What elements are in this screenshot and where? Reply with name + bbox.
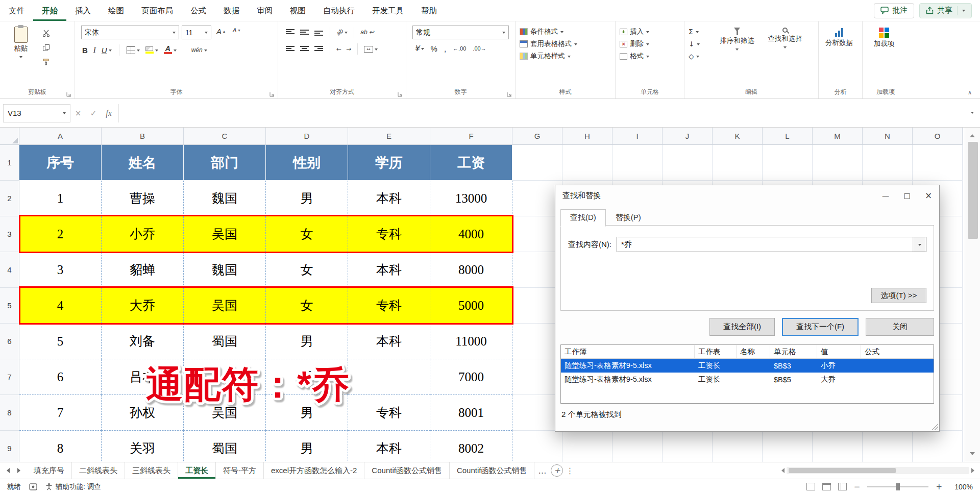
row-header-7[interactable]: 7 (0, 359, 19, 395)
cell-F1[interactable]: 工资 (430, 145, 512, 181)
cell-F9[interactable]: 8002 (430, 431, 512, 462)
cell-A5[interactable]: 4 (19, 288, 102, 324)
results-header-工作簿[interactable]: 工作簿 (561, 345, 695, 358)
cell-F8[interactable]: 8001 (430, 395, 512, 431)
cell-E6[interactable]: 本科 (348, 324, 430, 359)
menu-tab-开发工具[interactable]: 开发工具 (363, 0, 412, 21)
column-header-J[interactable]: J (663, 128, 713, 145)
font-dialog-launcher[interactable] (270, 90, 276, 96)
cell-F6[interactable]: 11000 (430, 324, 512, 359)
percent-style-button[interactable]: % (431, 45, 437, 53)
menu-tab-自动执行[interactable]: 自动执行 (314, 0, 363, 21)
cell-A2[interactable]: 1 (19, 181, 102, 216)
cell-N9[interactable] (863, 431, 913, 462)
cell-J9[interactable] (663, 431, 713, 462)
font-name-select[interactable]: 宋体 (81, 26, 179, 39)
column-header-I[interactable]: I (612, 128, 663, 145)
menu-tab-视图[interactable]: 视图 (281, 0, 314, 21)
cell-A4[interactable]: 3 (19, 252, 102, 288)
dialog-tab-替换(P)[interactable]: 替换(P) (606, 209, 651, 226)
addins-button[interactable]: 加载项 (865, 26, 903, 48)
merge-center-button[interactable]: ↔ (364, 46, 378, 53)
sheet-tab-Countif函数公式销售[interactable]: Countif函数公式销售 (364, 462, 450, 479)
find-result-row-1[interactable]: 随堂练习-表格素材9-5.xlsx工资长$B$3小乔 (561, 359, 934, 373)
cell-A1[interactable]: 序号 (19, 145, 102, 181)
cell-M9[interactable] (813, 431, 863, 462)
horizontal-scrollbar[interactable] (776, 462, 980, 479)
page-break-view-button[interactable] (838, 483, 847, 490)
cell-O1[interactable] (913, 145, 963, 181)
menu-tab-帮助[interactable]: 帮助 (412, 0, 446, 21)
row-header-2[interactable]: 2 (0, 181, 19, 216)
orientation-button[interactable]: ab (336, 29, 348, 35)
tab-splitter-grip[interactable]: ⋮ (565, 462, 574, 479)
menu-tab-页面布局[interactable]: 页面布局 (133, 0, 182, 21)
column-header-C[interactable]: C (184, 128, 266, 145)
row-header-3[interactable]: 3 (0, 216, 19, 252)
cell-D2[interactable]: 男 (266, 181, 348, 216)
cell-L9[interactable] (763, 431, 813, 462)
decrease-decimal-button[interactable]: .00→ (473, 46, 486, 52)
share-dropdown-icon[interactable] (962, 10, 965, 13)
increase-font-size-button[interactable]: A▴ (214, 26, 228, 37)
copy-button[interactable] (41, 43, 51, 52)
cell-E3[interactable]: 专科 (348, 216, 430, 252)
cut-button[interactable] (41, 29, 51, 38)
row-header-8[interactable]: 8 (0, 395, 19, 431)
sheet-tab-工资长[interactable]: 工资长 (178, 462, 216, 479)
find-select-button[interactable]: 查找和选择 (761, 26, 809, 50)
decrease-font-size-button[interactable]: A▾ (230, 26, 242, 35)
analyze-data-button[interactable]: 分析数据 (821, 26, 857, 47)
dialog-tab-查找(D)[interactable]: 查找(D) (560, 209, 606, 227)
row-header-1[interactable]: 1 (0, 145, 19, 181)
fill-button[interactable]: ↓ (687, 38, 713, 50)
cell-D1[interactable]: 性别 (266, 145, 348, 181)
cell-A3[interactable]: 2 (19, 216, 102, 252)
cell-E4[interactable]: 本科 (348, 252, 430, 288)
column-header-D[interactable]: D (266, 128, 348, 145)
cell-O9[interactable] (913, 431, 963, 462)
cell-L1[interactable] (763, 145, 813, 181)
column-header-E[interactable]: E (348, 128, 430, 145)
column-header-H[interactable]: H (562, 128, 612, 145)
comma-style-button[interactable]: , (444, 45, 446, 53)
close-button[interactable]: 关闭 (866, 318, 934, 336)
name-box[interactable]: V13 (3, 104, 70, 122)
cell-D5[interactable]: 女 (266, 288, 348, 324)
sheet-nav-right-button[interactable] (13, 462, 27, 479)
find-next-button[interactable]: 查找下一个(F) (782, 318, 859, 336)
cell-B5[interactable]: 大乔 (102, 288, 184, 324)
cell-A7[interactable]: 6 (19, 359, 102, 395)
cell-G9[interactable] (512, 431, 562, 462)
cell-M1[interactable] (813, 145, 863, 181)
cell-B6[interactable]: 刘备 (102, 324, 184, 359)
row-header-5[interactable]: 5 (0, 288, 19, 324)
align-middle-button[interactable] (300, 29, 309, 36)
menu-tab-数据[interactable]: 数据 (215, 0, 248, 21)
cell-J1[interactable] (663, 145, 713, 181)
accounting-format-button[interactable]: ¥ (414, 45, 424, 53)
results-header-工作表[interactable]: 工作表 (695, 345, 737, 358)
formula-input[interactable] (118, 104, 965, 122)
sort-filter-button[interactable]: 排序和筛选 (713, 26, 761, 52)
cell-B4[interactable]: 貂蝉 (102, 252, 184, 288)
cell-E8[interactable]: 专科 (348, 395, 430, 431)
collapse-ribbon-button[interactable]: ∧ (968, 89, 972, 96)
results-header-值[interactable]: 值 (817, 345, 861, 358)
cell-E5[interactable]: 专科 (348, 288, 430, 324)
column-header-N[interactable]: N (863, 128, 913, 145)
scroll-down-arrow[interactable] (970, 452, 975, 458)
align-top-button[interactable] (285, 29, 295, 36)
cell-styles-button[interactable]: 单元格样式 (518, 50, 613, 62)
results-header-名称[interactable]: 名称 (737, 345, 770, 358)
cell-A6[interactable]: 5 (19, 324, 102, 359)
cell-C2[interactable]: 魏国 (184, 181, 266, 216)
column-header-K[interactable]: K (713, 128, 763, 145)
record-macro-button[interactable] (29, 483, 37, 490)
zoom-out-button[interactable]: − (854, 482, 861, 491)
find-what-dropdown-button[interactable] (913, 237, 926, 252)
cell-B8[interactable]: 孙权 (102, 395, 184, 431)
cell-F2[interactable]: 13000 (430, 181, 512, 216)
row-header-4[interactable]: 4 (0, 252, 19, 288)
cell-B3[interactable]: 小乔 (102, 216, 184, 252)
